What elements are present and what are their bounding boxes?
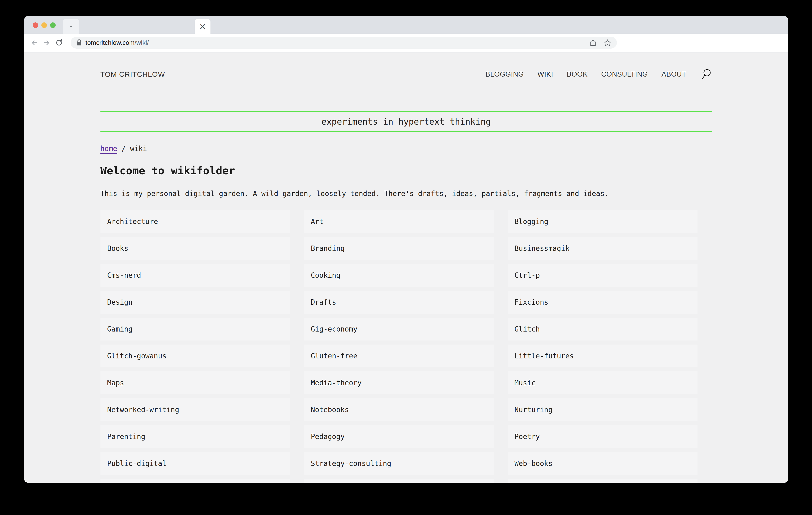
site-logo[interactable]: TOM CRITCHLOW bbox=[100, 70, 165, 79]
site-tagline-banner: experiments in hypertext thinking bbox=[100, 111, 712, 132]
wiki-folder-card[interactable]: Media-theory bbox=[304, 372, 494, 394]
wiki-folder-card[interactable]: Networked-writing bbox=[100, 398, 290, 421]
wiki-folder-card[interactable]: Drafts bbox=[304, 291, 494, 314]
url-text: tomcritchlow.com/wiki/ bbox=[86, 39, 149, 46]
wiki-folder-card[interactable]: Cms-nerd bbox=[100, 264, 290, 287]
wiki-folder-card[interactable]: Little-futures bbox=[508, 345, 697, 368]
wiki-folder-card[interactable]: Gaming bbox=[100, 318, 290, 341]
nav-link[interactable]: BOOK bbox=[567, 70, 587, 78]
back-icon[interactable] bbox=[30, 38, 38, 47]
nav-link[interactable]: WIKI bbox=[538, 70, 553, 78]
lock-icon bbox=[76, 39, 82, 46]
search-button[interactable] bbox=[700, 68, 712, 80]
browser-tab-active[interactable]: × bbox=[195, 19, 210, 34]
wiki-folder-card[interactable]: Public-digital bbox=[100, 452, 290, 475]
url-domain: tomcritchlow.com bbox=[86, 39, 135, 46]
close-tab-icon[interactable]: × bbox=[199, 22, 206, 31]
wiki-folder-grid: ArchitectureArtBloggingBooksBrandingBusi… bbox=[100, 210, 712, 483]
wiki-folder-card[interactable]: Web-books bbox=[508, 452, 697, 475]
wiki-folder-card[interactable]: Cooking bbox=[304, 264, 494, 287]
wiki-folder-card[interactable]: Glitch-gowanus bbox=[100, 345, 290, 368]
address-bar[interactable]: tomcritchlow.com/wiki/ bbox=[70, 37, 617, 49]
breadcrumb-separator: / bbox=[121, 144, 126, 153]
wiki-folder-card[interactable]: Ctrl-p bbox=[508, 264, 697, 287]
breadcrumb-current: wiki bbox=[130, 144, 147, 153]
breadcrumb: home/wiki bbox=[100, 144, 712, 153]
wiki-folder-card[interactable]: Nurturing bbox=[508, 398, 697, 421]
search-icon bbox=[700, 68, 712, 80]
forward-icon[interactable] bbox=[42, 38, 51, 47]
wiki-folder-card[interactable]: Books bbox=[100, 237, 290, 260]
wiki-folder-card[interactable]: Design bbox=[100, 291, 290, 314]
wiki-folder-card[interactable]: Businessmagik bbox=[508, 237, 697, 260]
breadcrumb-home-link[interactable]: home bbox=[100, 144, 117, 153]
url-path: /wiki/ bbox=[135, 39, 149, 46]
page-title: Welcome to wikifolder bbox=[100, 164, 712, 177]
wiki-folder-card[interactable]: Pedagogy bbox=[304, 425, 494, 448]
bookmark-star-icon[interactable] bbox=[604, 39, 611, 47]
wiki-folder-card[interactable]: Music bbox=[508, 372, 697, 394]
wiki-folder-card[interactable]: Poetry bbox=[508, 425, 697, 448]
wiki-folder-card-partial[interactable] bbox=[100, 479, 290, 483]
wiki-folder-card[interactable]: Parenting bbox=[100, 425, 290, 448]
wiki-folder-card[interactable]: Glitch bbox=[508, 318, 697, 341]
wiki-folder-card[interactable]: Fixcions bbox=[508, 291, 697, 314]
page-viewport: TOM CRITCHLOW BLOGGINGWIKIBOOKCONSULTING… bbox=[24, 53, 788, 483]
wiki-folder-card-partial[interactable] bbox=[304, 479, 494, 483]
nav-link[interactable]: ABOUT bbox=[662, 70, 686, 78]
site-nav: BLOGGINGWIKIBOOKCONSULTINGABOUT bbox=[486, 68, 712, 80]
site-header: TOM CRITCHLOW BLOGGINGWIKIBOOKCONSULTING… bbox=[100, 63, 712, 85]
browser-window: × bbox=[24, 16, 788, 483]
traffic-lights bbox=[33, 22, 56, 28]
favicon-dot-icon bbox=[70, 26, 72, 27]
wiki-folder-card[interactable]: Gluten-free bbox=[304, 345, 494, 368]
tab-strip: × bbox=[24, 16, 788, 34]
wiki-folder-card[interactable]: Maps bbox=[100, 372, 290, 394]
close-window-button[interactable] bbox=[33, 22, 38, 28]
wiki-folder-card[interactable]: Notebooks bbox=[304, 398, 494, 421]
wiki-folder-card[interactable]: Blogging bbox=[508, 210, 697, 233]
intro-paragraph: This is my personal digital garden. A wi… bbox=[100, 189, 712, 199]
browser-toolbar: tomcritchlow.com/wiki/ bbox=[24, 34, 788, 52]
nav-link[interactable]: CONSULTING bbox=[601, 70, 648, 78]
wiki-folder-card[interactable]: Art bbox=[304, 210, 494, 233]
share-icon[interactable] bbox=[589, 39, 597, 47]
maximize-window-button[interactable] bbox=[50, 22, 56, 28]
wiki-folder-card[interactable]: Gig-economy bbox=[304, 318, 494, 341]
wiki-folder-card[interactable]: Strategy-consulting bbox=[304, 452, 494, 475]
wiki-folder-card-partial[interactable] bbox=[508, 479, 697, 483]
browser-tab-inactive[interactable] bbox=[63, 19, 79, 34]
minimize-window-button[interactable] bbox=[41, 22, 47, 28]
wiki-folder-card[interactable]: Architecture bbox=[100, 210, 290, 233]
reload-icon[interactable] bbox=[55, 38, 63, 47]
wiki-folder-card[interactable]: Branding bbox=[304, 237, 494, 260]
nav-link[interactable]: BLOGGING bbox=[486, 70, 524, 78]
